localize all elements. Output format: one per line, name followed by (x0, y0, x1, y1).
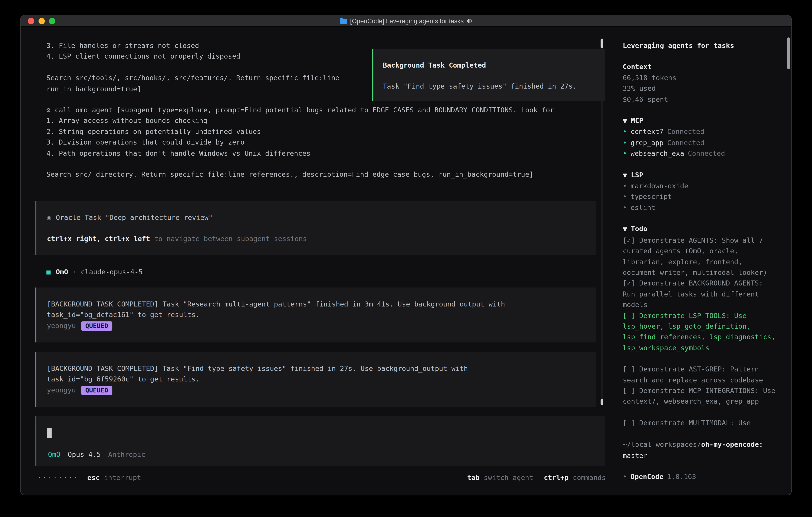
window-controls (28, 16, 55, 26)
mcp-item: •grep_appConnected (623, 138, 782, 148)
esc-label: interrupt (104, 474, 141, 482)
oracle-title-row: ◉Oracle Task "Deep architecture review" (47, 213, 597, 223)
mcp-status: Connected (688, 149, 725, 157)
mcp-status: Connected (667, 128, 704, 136)
lsp-name: markdown-oxide (631, 182, 688, 190)
lsp-item: •eslint (623, 202, 782, 213)
agent-model: claude-opus-4-5 (81, 268, 143, 276)
prompt-input[interactable]: OmOOpus 4.5Anthropic (35, 416, 605, 466)
agent-icon: ▣ (46, 268, 51, 276)
mcp-name: grep_app (631, 139, 664, 147)
bullet-icon: • (623, 182, 627, 190)
agent-name: OmO (56, 268, 68, 276)
message-text: [BACKGROUND TASK COMPLETED] Task "Find t… (47, 363, 586, 385)
text-cursor (47, 428, 52, 438)
separator: · (72, 268, 77, 276)
sidebar-scrollbar[interactable] (787, 37, 790, 69)
lsp-section: ▼LSP •markdown-oxide •typescript •eslint (623, 170, 782, 213)
mcp-item: •context7Connected (623, 127, 782, 138)
bullet-icon: • (623, 203, 627, 212)
background-task-message: [BACKGROUND TASK COMPLETED] Task "Resear… (35, 288, 597, 342)
screen: [OpenCode] Leveraging agents for tasks ◐… (0, 0, 812, 517)
context-section: Context 66,518 tokens 33% used $0.46 spe… (623, 62, 782, 105)
toast-title: Background Task Completed (383, 60, 596, 71)
mcp-heading[interactable]: ▼MCP (623, 115, 782, 127)
context-heading: Context (623, 62, 782, 73)
statusbar-right: tabswitch agent ctrl+pcommands (467, 473, 606, 484)
toast-body: Task "Find type safety issues" finished … (383, 81, 596, 92)
esc-hint: escinterrupt (87, 473, 141, 484)
hint-text: to navigate between subagent sessions (150, 235, 307, 243)
mcp-item: •websearch_exaConnected (623, 148, 782, 159)
lsp-heading[interactable]: ▼LSP (623, 170, 782, 181)
mcp-status: Connected (667, 139, 704, 147)
mcp-name: websearch_exa (631, 149, 684, 157)
chevron-down-icon: ▼ (623, 118, 627, 125)
version-number: 1.0.163 (667, 473, 696, 481)
message-author: yeongyu (47, 386, 76, 394)
todo-item: [ ] Demonstrate MULTIMODAL: Use (623, 418, 778, 429)
chevron-down-icon: ▼ (623, 226, 627, 233)
window-title-group: [OpenCode] Leveraging agents for tasks ◐ (340, 17, 472, 25)
status-badge: QUEUED (81, 321, 113, 331)
workspace-branch: master (623, 452, 647, 459)
lsp-heading-label: LSP (631, 171, 643, 179)
folder-icon (340, 18, 347, 24)
scrollbar-thumb[interactable] (601, 399, 603, 405)
window-title: [OpenCode] Leveraging agents for tasks (350, 17, 464, 25)
mcp-section: ▼MCP •context7Connected •grep_appConnect… (623, 115, 782, 159)
close-window-button[interactable] (28, 18, 34, 24)
scrollbar-thumb[interactable] (601, 38, 603, 48)
todo-item: [ ] Demonstrate MCP INTEGRATIONS: Use co… (623, 386, 778, 407)
input-meta: OmOOpus 4.5Anthropic (48, 450, 145, 460)
message-text: [BACKGROUND TASK COMPLETED] Task "Resear… (47, 299, 586, 321)
oracle-title: Oracle Task "Deep architecture review" (56, 214, 212, 222)
workspace-repo: oh-my-opencode: (701, 441, 763, 448)
workspace-dir: ~/local-workspaces/ (623, 441, 701, 448)
status-badge: QUEUED (81, 386, 113, 395)
spinner-icon: ········ (37, 473, 79, 484)
context-spent: $0.46 spent (623, 94, 782, 105)
status-bar: ········ escinterrupt tabswitch agent ct… (37, 473, 606, 484)
bullet-icon: • (623, 128, 627, 136)
todo-section: ▼Todo [✓] Demonstrate AGENTS: Show all 7… (623, 224, 782, 429)
todo-heading[interactable]: ▼Todo (623, 224, 782, 235)
lsp-item: •markdown-oxide (623, 181, 782, 192)
conversation-pane: 3. File handles or streams not closed 4.… (21, 27, 613, 495)
input-provider-name: Anthropic (108, 451, 145, 459)
app-name: OpenCode (631, 473, 664, 481)
gear-icon: ⚙ (46, 106, 51, 114)
mcp-heading-label: MCP (631, 116, 643, 125)
zoom-window-button[interactable] (49, 18, 55, 24)
message-author: yeongyu (47, 322, 76, 330)
bullet-icon: • (623, 149, 627, 157)
oracle-icon: ◉ (47, 214, 51, 222)
oracle-task-panel[interactable]: ◉Oracle Task "Deep architecture review" … (35, 201, 597, 255)
window-titlebar[interactable]: [OpenCode] Leveraging agents for tasks ◐ (21, 16, 791, 27)
context-tokens: 66,518 tokens (623, 73, 782, 84)
agent-header: ▣OmO·claude-opus-4-5 (46, 267, 143, 278)
todo-item: [ ] Demonstrate LSP TOOLS: Use lsp_hover… (623, 310, 778, 353)
hint-keys: ctrl+x right, ctrl+x left (47, 235, 150, 243)
workspace-path: ~/local-workspaces/oh-my-opencode: maste… (623, 440, 778, 461)
tab-hint: tabswitch agent (467, 473, 533, 484)
tool-call-block: ⚙call_omo_agent [subagent_type=explore, … (46, 105, 600, 180)
background-task-message: [BACKGROUND TASK COMPLETED] Task "Find t… (35, 352, 597, 407)
input-agent-name: OmO (48, 451, 60, 459)
background-task-toast: Background Task Completed Task "Find typ… (372, 49, 605, 101)
commands-hint: ctrl+pcommands (544, 473, 606, 484)
minimize-window-button[interactable] (38, 18, 45, 24)
esc-key: esc (87, 474, 100, 482)
todo-item: [ ] Demonstrate AST-GREP: Pattern search… (623, 364, 778, 386)
session-sidebar: Leveraging agents for tasks Context 66,5… (612, 27, 791, 495)
mcp-name: context7 (631, 128, 664, 136)
lsp-name: typescript (631, 193, 672, 201)
context-used: 33% used (623, 84, 782, 94)
todo-item: [✓] Demonstrate BACKGROUND AGENTS: Run p… (623, 278, 778, 311)
session-title: Leveraging agents for tasks (623, 40, 782, 51)
app-version: •OpenCode1.0.163 (623, 472, 782, 483)
lsp-item: •typescript (623, 192, 782, 202)
lsp-name: eslint (631, 203, 655, 212)
commands-key: ctrl+p (544, 474, 569, 482)
app-window: [OpenCode] Leveraging agents for tasks ◐… (20, 15, 792, 495)
